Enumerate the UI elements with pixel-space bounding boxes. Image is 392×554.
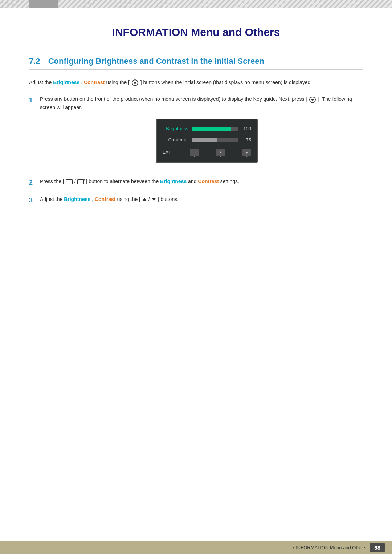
step-3-text-end: ] buttons. bbox=[158, 196, 179, 202]
page-footer: 7 INFORMATION Menu and Others 68 bbox=[0, 541, 392, 554]
intro-text-rest: ] buttons when the initial screen (that … bbox=[140, 79, 312, 85]
top-tab bbox=[29, 0, 58, 8]
brightness-bar-track bbox=[192, 127, 238, 131]
brightness-row: Brightness 100 bbox=[163, 125, 251, 133]
plus-icon: + bbox=[220, 150, 222, 156]
steps-list: 1 Press any button on the front of the p… bbox=[29, 95, 363, 205]
section-title-text: Configuring Brightness and Contrast in t… bbox=[48, 57, 264, 66]
exit-label: EXIT bbox=[163, 149, 172, 156]
minus-icon: — bbox=[192, 150, 196, 156]
step-2-text-mid: ] button to alternate between the bbox=[86, 178, 160, 184]
square-icon-2: ⊓ bbox=[77, 179, 84, 184]
contrast-bar-fill bbox=[192, 138, 217, 142]
step-3-number: 3 bbox=[29, 195, 40, 206]
section-title: 7.2 Configuring Brightness and Contrast … bbox=[29, 57, 363, 70]
intro-comma: , bbox=[81, 79, 84, 85]
step-2: 2 Press the [ / ⊓ ] button to alternate … bbox=[29, 177, 363, 188]
monitor-mockup: Brightness 100 Contrast 7 bbox=[156, 119, 258, 163]
step-3-comma: , bbox=[92, 196, 95, 202]
monitor-btn-minus: — bbox=[190, 149, 199, 156]
top-bar bbox=[0, 0, 392, 8]
step-2-number: 2 bbox=[29, 177, 40, 188]
step-3: 3 Adjust the Brightness , Contrast using… bbox=[29, 195, 363, 206]
monitor-image-area: Brightness 100 Contrast 7 bbox=[51, 119, 363, 163]
triangle-down-icon bbox=[152, 198, 156, 201]
intro-paragraph: Adjust the Brightness , Contrast using t… bbox=[29, 78, 363, 86]
monitor-btn-plus: + bbox=[216, 149, 225, 156]
contrast-bar-track bbox=[192, 138, 238, 142]
square-icon-1 bbox=[66, 179, 73, 184]
step-3-text-before: Adjust the bbox=[40, 196, 64, 202]
step-1-content: Press any button on the front of the pro… bbox=[40, 95, 363, 170]
step-1-text: Press any button on the front of the pro… bbox=[40, 96, 309, 102]
monitor-btn-down: ▼ bbox=[242, 149, 251, 156]
page-number: 68 bbox=[370, 543, 385, 552]
step-2-brightness: Brightness bbox=[160, 178, 187, 184]
step-1-number: 1 bbox=[29, 95, 40, 106]
step-2-content: Press the [ / ⊓ ] button to alternate be… bbox=[40, 177, 363, 185]
step-2-text-end: settings. bbox=[220, 178, 239, 184]
contrast-label-intro: Contrast bbox=[84, 79, 105, 85]
step-3-contrast: Contrast bbox=[95, 196, 116, 202]
contrast-row: Contrast 75 bbox=[163, 136, 251, 144]
section-number: 7.2 bbox=[29, 57, 40, 66]
step1-circle-icon bbox=[309, 97, 316, 103]
triangle-up-icon bbox=[142, 198, 147, 201]
monitor-controls-row: EXIT — + ▼ bbox=[163, 148, 251, 156]
brightness-bar-fill bbox=[192, 127, 231, 131]
brightness-label: Brightness bbox=[163, 125, 192, 133]
target-circle-icon bbox=[132, 79, 138, 86]
step-2-text-before: Press the [ bbox=[40, 178, 64, 184]
page-title: INFORMATION Menu and Others bbox=[29, 26, 363, 38]
footer-text: 7 INFORMATION Menu and Others bbox=[292, 545, 366, 550]
down-arrow-icon: ▼ bbox=[245, 150, 249, 156]
step-3-slash-2: / bbox=[148, 196, 150, 202]
contrast-label: Contrast bbox=[163, 136, 192, 144]
intro-text-after: using the [ bbox=[106, 79, 131, 85]
step-3-brightness: Brightness bbox=[64, 196, 90, 202]
step-3-text-mid: using the [ bbox=[117, 196, 140, 202]
step-2-slash: / bbox=[74, 178, 76, 184]
brightness-value: 100 bbox=[238, 125, 251, 133]
contrast-value: 75 bbox=[238, 136, 251, 144]
step-3-content: Adjust the Brightness , Contrast using t… bbox=[40, 195, 363, 203]
brightness-label-intro: Brightness bbox=[53, 79, 79, 85]
step-2-contrast: Contrast bbox=[198, 178, 219, 184]
intro-text-before: Adjust the bbox=[29, 79, 53, 85]
step-1: 1 Press any button on the front of the p… bbox=[29, 95, 363, 170]
step-2-and: and bbox=[188, 178, 198, 184]
